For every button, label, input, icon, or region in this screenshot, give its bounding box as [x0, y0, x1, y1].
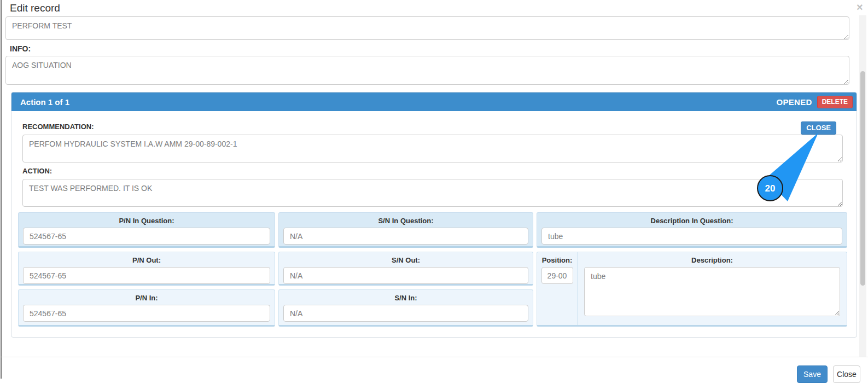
action-panel-header: Action 1 of 1 OPENED DELETE [11, 92, 857, 111]
perform-test-textarea[interactable] [5, 16, 849, 40]
part-number-table: P/N In Question: S/N In Question: Descri… [18, 212, 847, 327]
pn-in-question-label: P/N In Question: [19, 213, 275, 227]
pn-out-input[interactable] [23, 267, 270, 284]
modal-left-edge [1, 0, 2, 379]
sn-in-question-label: S/N In Question: [279, 213, 533, 227]
position-column: Position: [537, 252, 578, 325]
close-button[interactable]: Close [833, 365, 860, 383]
sn-in-question-input[interactable] [283, 228, 528, 245]
scrollbar-thumb[interactable] [860, 71, 865, 286]
position-label: Position: [537, 252, 577, 266]
description-column: Description: [578, 252, 847, 325]
position-input[interactable] [541, 267, 573, 284]
action-panel-title: Action 1 of 1 [20, 97, 69, 107]
sn-out-input[interactable] [283, 267, 528, 284]
description-textarea[interactable] [584, 267, 840, 316]
description-in-question-cell: Description In Question: [537, 212, 847, 248]
recommendation-label: RECOMMENDATION: [22, 123, 857, 131]
position-description-cell: Position: Description: [537, 252, 847, 327]
save-button[interactable]: Save [797, 365, 828, 383]
info-label: INFO: [10, 44, 31, 53]
sn-in-question-cell: S/N In Question: [278, 212, 533, 248]
scrollbar-track[interactable] [859, 15, 866, 357]
action-panel-body: CLOSE RECOMMENDATION: ACTION: P/N In Que… [11, 111, 857, 327]
delete-button[interactable]: DELETE [817, 96, 853, 108]
description-in-question-input[interactable] [541, 228, 842, 245]
footer-divider [0, 357, 868, 357]
close-icon[interactable]: × [857, 1, 863, 13]
close-action-button[interactable]: CLOSE [801, 121, 836, 135]
pn-in-question-cell: P/N In Question: [18, 212, 275, 248]
action-textarea[interactable] [22, 179, 843, 207]
pn-in-input[interactable] [23, 305, 270, 322]
pn-out-label: P/N Out: [19, 252, 275, 266]
description-label: Description: [578, 252, 847, 266]
description-in-question-label: Description In Question: [537, 213, 847, 227]
sn-out-cell: S/N Out: [278, 252, 533, 286]
pn-in-cell: P/N In: [18, 289, 275, 327]
action-panel: Action 1 of 1 OPENED DELETE CLOSE RECOMM… [11, 92, 857, 338]
sn-in-cell: S/N In: [278, 289, 533, 327]
info-textarea[interactable] [5, 56, 849, 85]
sn-out-label: S/N Out: [279, 252, 533, 266]
sn-in-label: S/N In: [279, 290, 533, 304]
pn-in-question-input[interactable] [23, 228, 270, 245]
sn-in-input[interactable] [283, 305, 528, 322]
action-label: ACTION: [22, 167, 857, 175]
status-badge: OPENED [777, 97, 812, 107]
pn-in-label: P/N In: [19, 290, 275, 304]
page-title: Edit record [10, 2, 60, 14]
pn-out-cell: P/N Out: [18, 252, 275, 286]
recommendation-textarea[interactable] [22, 135, 843, 162]
